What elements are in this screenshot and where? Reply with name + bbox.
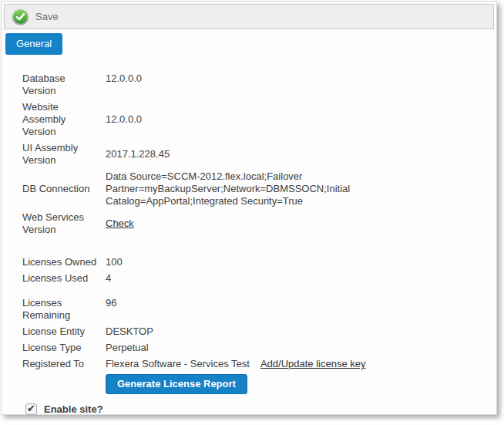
general-tab-content: Database Version 12.0.0.0 Website Assemb… xyxy=(2,55,496,425)
enable-site-label[interactable]: Enable site? xyxy=(44,403,103,415)
field-database-version: Database Version 12.0.0.0 xyxy=(22,73,487,97)
field-licenses-used: Licenses Used 4 xyxy=(22,272,487,285)
license-report-row: Generate License Report xyxy=(22,374,487,394)
field-label: Web Services Version xyxy=(22,211,106,236)
field-web-services-version: Web Services Version Check xyxy=(22,211,487,236)
field-value: 96 xyxy=(106,297,116,322)
toolbar: Save xyxy=(4,4,494,29)
registered-to-value: Flexera Software - Services Test xyxy=(106,358,250,370)
field-label: Licenses Owned xyxy=(22,256,106,268)
check-web-services-link[interactable]: Check xyxy=(106,218,134,229)
field-licenses-owned: Licenses Owned 100 xyxy=(22,256,487,268)
label-spacer xyxy=(22,374,106,394)
tab-general[interactable]: General xyxy=(5,33,62,55)
field-label: Registered To xyxy=(22,358,106,370)
generate-license-report-button[interactable]: Generate License Report xyxy=(106,374,247,394)
field-value: 4 xyxy=(106,272,111,285)
field-db-connection: DB Connection Data Source=SCCM-2012.flex… xyxy=(22,170,487,207)
field-value: 100 xyxy=(106,256,123,268)
field-website-assembly-version: Website Assembly Version 12.0.0.0 xyxy=(22,101,487,138)
field-license-entity: License Entity DESKTOP xyxy=(22,325,487,338)
check-circle-icon xyxy=(12,8,29,25)
field-ui-assembly-version: UI Assembly Version 2017.1.228.45 xyxy=(22,142,487,167)
field-licenses-remaining: Licenses Remaining 96 xyxy=(22,297,487,322)
add-update-license-key-link[interactable]: Add/Update license key xyxy=(260,358,366,370)
field-registered-to: Registered To Flexera Software - Service… xyxy=(22,358,487,370)
field-label: DB Connection xyxy=(22,183,106,195)
field-value: DESKTOP xyxy=(106,325,153,338)
enable-site-row: Enable site? xyxy=(22,403,487,415)
field-label: License Type xyxy=(22,342,106,354)
field-value: 12.0.0.0 xyxy=(106,73,142,97)
field-license-type: License Type Perpetual xyxy=(22,342,487,354)
tab-bar: General xyxy=(2,29,496,55)
field-label: Licenses Used xyxy=(22,272,106,285)
field-label: Website Assembly Version xyxy=(22,101,106,138)
field-value: 2017.1.228.45 xyxy=(106,148,170,160)
save-button-label: Save xyxy=(35,11,59,22)
field-label: Licenses Remaining xyxy=(22,297,106,322)
settings-window: Save General Database Version 12.0.0.0 W… xyxy=(1,1,497,415)
field-label: License Entity xyxy=(22,325,106,338)
enable-site-checkbox[interactable] xyxy=(25,403,37,415)
save-button[interactable]: Save xyxy=(12,8,59,25)
field-label: UI Assembly Version xyxy=(22,142,106,167)
field-value: 12.0.0.0 xyxy=(106,113,142,126)
field-value: Data Source=SCCM-2012.flex.local;Failove… xyxy=(106,170,485,207)
field-value: Perpetual xyxy=(106,342,149,354)
field-label: Database Version xyxy=(22,73,106,97)
